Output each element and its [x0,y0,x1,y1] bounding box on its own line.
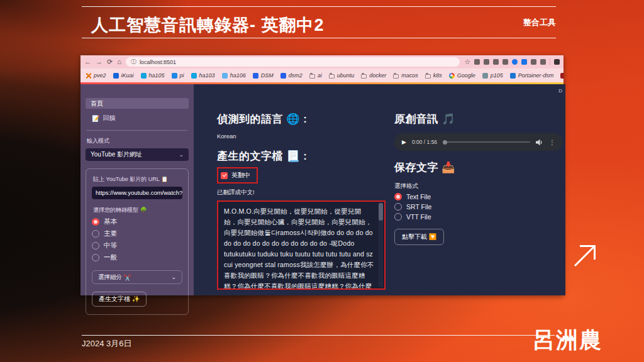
bookmark-item[interactable]: macos [393,72,418,79]
url-text[interactable]: localhost:8501 [140,59,176,65]
audio-save-column: 原創音訊 🎵 ▶ 0:00 / 1:56 ⋮ 保存文 [394,112,563,295]
inbox-tray-icon: 📥 [441,161,455,173]
extension-icon[interactable] [493,59,499,65]
scrollbar-thumb[interactable] [379,203,383,221]
radio-icon [92,218,99,226]
extensions-puzzle-icon[interactable] [540,59,546,65]
download-button[interactable]: 點擊下載 🔽 [394,229,444,245]
bookmark-item[interactable]: Portainer-dsm [510,72,553,79]
forward-icon[interactable]: → [96,58,103,65]
format-option-srt[interactable]: SRT File [394,203,563,211]
deploy-menu-hint[interactable]: D [558,88,562,94]
original-audio-heading: 原創音訊 🎵 [394,112,563,126]
input-mode-value: YouTube 影片網址 [91,150,142,159]
app-main: D 偵測到的語言 🌐 : Korean 產生的文字檔 📃 : [194,84,565,295]
model-option-main[interactable]: 主要 [92,229,182,238]
audio-player[interactable]: ▶ 0:00 / 1:56 ⋮ [394,133,563,151]
extension-icon[interactable] [531,59,536,65]
toolbar-right-cluster: ☆ [464,58,560,66]
volume-icon[interactable] [536,139,543,146]
extension-icon[interactable] [484,59,489,65]
format-option-text[interactable]: Text File [394,193,563,200]
url-form-group: 貼上 YouTube 影片的 URL 📋 https://www.youtube… [86,168,189,315]
input-mode-select[interactable]: YouTube 影片網址 ⌄ [86,148,189,161]
bookmark-item[interactable]: DSM [253,72,274,79]
segment-expander[interactable]: 選擇細分 ✂️ ⌄ [92,270,182,284]
extension-icon[interactable] [502,59,508,65]
bookmark-item[interactable]: iKuai [113,72,134,79]
transcript-textarea-annotation: M.O.M.O.向嬰兒開始，從嬰兒開始，從嬰兒開始，向嬰兒開始心臟，向嬰兒開始，… [217,200,386,290]
format-label: 選擇格式 [394,182,563,190]
bookmark-item[interactable]: dsm2 [280,72,303,79]
bookmark-item[interactable]: k8s [425,72,442,79]
checkbox-checked-icon[interactable] [221,172,228,179]
textarea-scrollbar[interactable] [379,203,383,287]
bookmark-item[interactable]: pi Node-RED [560,72,564,79]
footer-rule [82,335,555,336]
audio-progress-bar[interactable] [443,141,530,143]
extension-icon[interactable] [521,59,527,65]
bookmark-item[interactable]: pve2 [86,72,106,79]
model-option-basic[interactable]: 基本 [92,217,182,226]
folder-icon [361,74,367,79]
address-bar[interactable]: ⓘ localhost:8501 [126,57,460,67]
sidebar-item-feedback[interactable]: 📝 回饋 [86,109,189,123]
transcript-textarea[interactable]: M.O.M.O.向嬰兒開始，從嬰兒開始，從嬰兒開始，向嬰兒開始心臟，向嬰兒開始，… [218,202,384,288]
bookmark-item[interactable]: pi [172,72,184,79]
extension-icon[interactable] [512,59,518,65]
bookmark-item[interactable]: ha106 [222,72,246,79]
northeast-arrow-icon [571,241,600,270]
format-option-vtt[interactable]: VTT File [394,213,563,221]
save-text-heading: 保存文字 📥 [394,160,563,175]
bookmark-item[interactable]: docker [361,72,386,79]
dsm-icon [280,73,286,79]
bookmark-item[interactable]: ha103 [191,72,215,79]
audio-time: 0:00 / 1:56 [412,139,437,145]
memo-icon: 📝 [92,115,99,122]
globe-icon: 🌐 [286,112,300,125]
bookmark-item[interactable]: Google [449,72,475,79]
youtube-url-input[interactable]: https://www.youtube.com/watch?v [92,187,182,199]
browser-window: ← → ⟳ ⌂ ⓘ localhost:8501 ☆ [80,55,564,295]
detected-language-heading: 偵測到的語言 🌐 : [217,112,386,126]
bookmark-item[interactable]: ai [309,72,322,79]
google-icon [449,73,455,79]
detected-language-value: Korean [217,133,386,140]
bookmark-item[interactable]: ubuntu [329,72,355,79]
folder-icon [309,74,315,79]
folder-icon [425,74,431,79]
kebab-menu-icon[interactable]: ⋮ [549,139,555,146]
sidebar-item-home[interactable]: 首頁 [86,98,189,109]
radio-icon [92,254,99,261]
url-input-label: 貼上 YouTube 影片的 URL 📋 [93,175,182,184]
bookmark-star-icon[interactable]: ☆ [464,58,470,66]
node-red-icon [560,73,564,79]
input-mode-label: 輸入模式 [87,137,189,145]
translated-note: 已翻譯成中文! [217,189,386,197]
bookmark-item[interactable]: ha105 [141,72,165,79]
plug-icon [482,73,488,79]
site-info-icon[interactable]: ⓘ [131,58,136,66]
generate-transcript-button[interactable]: 產生文字檔 ✨ [92,292,147,307]
header-bottom-rule [82,38,556,38]
portainer-icon [510,73,516,79]
model-option-medium[interactable]: 中等 [92,241,182,250]
extension-icon[interactable] [474,59,480,65]
bookmarks-bar: pve2 iKuai ha105 pi ha103 ha106 DSM dsm2… [80,69,564,82]
model-option-general[interactable]: 一般 [92,253,182,262]
browser-toolbar: ← → ⟳ ⌂ ⓘ localhost:8501 ☆ [80,55,564,69]
reload-icon[interactable]: ⟳ [107,58,113,65]
model-select-label: 選擇您的轉錄模型 🌳 [93,206,182,214]
home-icon [172,73,177,79]
play-icon[interactable]: ▶ [402,139,406,145]
bookmark-item[interactable]: p105 [482,72,503,79]
home-assistant-icon [222,73,228,79]
header-top-rule [82,6,556,7]
home-icon[interactable]: ⌂ [117,58,121,65]
translate-checkbox-label[interactable]: 英翻中 [231,171,250,180]
scissors-icon: ✂️ [124,274,131,281]
side-panel-icon[interactable] [554,59,560,65]
back-icon[interactable]: ← [84,58,91,65]
radio-icon [394,193,402,200]
radio-icon [92,242,99,250]
